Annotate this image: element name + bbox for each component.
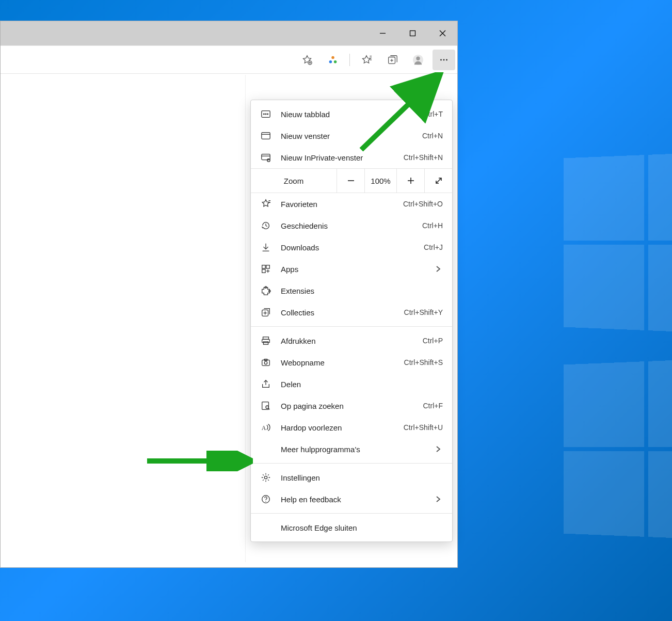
menu-item-history[interactable]: Geschiedenis Ctrl+H [251, 215, 452, 236]
svg-rect-38 [262, 265, 265, 268]
menu-item-close-edge[interactable]: Microsoft Edge sluiten [251, 517, 452, 538]
menu-item-find[interactable]: Op pagina zoeken Ctrl+F [251, 395, 452, 417]
menu-item-favorites[interactable]: Favorieten Ctrl+Shift+O [251, 193, 452, 215]
svg-rect-25 [262, 133, 270, 139]
menu-label: Webopname [281, 358, 395, 367]
page-content [5, 75, 246, 562]
favorites-bar-icon[interactable] [355, 50, 378, 70]
chevron-right-icon [434, 496, 443, 503]
find-icon [260, 400, 271, 411]
menu-label: Nieuw tabblad [281, 110, 414, 119]
menu-label: Nieuw InPrivate-venster [281, 153, 394, 162]
maximize-button[interactable] [397, 21, 427, 45]
menu-divider [251, 513, 452, 514]
svg-line-33 [436, 178, 441, 183]
menu-shortcut: Ctrl+Shift+N [404, 153, 443, 162]
read-aloud-icon: A [260, 422, 271, 433]
menu-divider [251, 326, 452, 327]
menu-shortcut: Ctrl+T [423, 110, 443, 118]
menu-label: Collecties [281, 308, 395, 317]
minimize-button[interactable] [367, 21, 397, 45]
more-menu-button[interactable] [433, 50, 455, 70]
settings-menu: Nieuw tabblad Ctrl+T Nieuw venster Ctrl+… [250, 100, 453, 542]
menu-label: Apps [281, 265, 424, 274]
menu-label: Downloads [281, 243, 414, 252]
menu-divider [251, 463, 452, 464]
web-capture-icon [260, 357, 271, 368]
fullscreen-button[interactable] [424, 169, 452, 193]
svg-point-17 [416, 56, 420, 60]
menu-label: Help en feedback [281, 495, 424, 504]
history-icon [260, 220, 271, 231]
menu-label: Instellingen [281, 473, 443, 482]
menu-item-new-tab[interactable]: Nieuw tabblad Ctrl+T [251, 103, 452, 125]
svg-point-24 [267, 114, 268, 115]
settings-icon [260, 472, 271, 483]
svg-point-52 [264, 361, 267, 364]
titlebar [1, 21, 457, 45]
menu-item-settings[interactable]: Instellingen [251, 467, 452, 488]
menu-item-share[interactable]: Delen [251, 373, 452, 395]
svg-rect-51 [262, 360, 270, 365]
apps-icon [260, 263, 271, 275]
menu-shortcut: Ctrl+Shift+O [403, 200, 443, 208]
menu-item-read-aloud[interactable]: A Hardop voorlezen Ctrl+Shift+U [251, 417, 452, 438]
new-window-icon [260, 130, 271, 141]
menu-item-new-window[interactable]: Nieuw venster Ctrl+N [251, 125, 452, 147]
svg-rect-1 [410, 31, 415, 36]
profile-icon[interactable] [407, 50, 429, 70]
menu-shortcut: Ctrl+F [423, 402, 443, 410]
collections-icon [260, 307, 271, 318]
downloads-icon [260, 242, 271, 253]
close-button[interactable] [427, 21, 457, 45]
zoom-label: Zoom [251, 169, 337, 193]
windows-logo-decoration [564, 151, 672, 334]
add-favorite-icon[interactable] [296, 50, 318, 70]
zoom-row: Zoom 100% [251, 168, 452, 193]
menu-shortcut: Ctrl+J [424, 243, 443, 251]
svg-point-58 [264, 476, 267, 479]
svg-point-9 [334, 60, 337, 63]
menu-shortcut: Ctrl+Shift+S [404, 358, 443, 367]
print-icon [260, 335, 271, 346]
svg-point-60 [265, 501, 266, 501]
menu-item-extensions[interactable]: Extensies [251, 280, 452, 301]
menu-item-more-tools[interactable]: Meer hulpprogramma's [251, 438, 452, 460]
svg-rect-40 [262, 269, 265, 273]
menu-item-apps[interactable]: Apps [251, 258, 452, 280]
favorites-icon [260, 198, 271, 210]
menu-label: Delen [281, 380, 443, 389]
extension-icon[interactable] [322, 50, 344, 70]
menu-item-help[interactable]: Help en feedback [251, 488, 452, 510]
menu-item-downloads[interactable]: Downloads Ctrl+J [251, 236, 452, 258]
blank-icon [260, 443, 271, 455]
menu-label: Hardop voorlezen [281, 423, 394, 432]
menu-item-collections[interactable]: Collecties Ctrl+Shift+Y [251, 301, 452, 323]
svg-rect-39 [266, 265, 269, 268]
svg-point-22 [264, 114, 265, 115]
zoom-value: 100% [364, 169, 396, 193]
menu-shortcut: Ctrl+N [422, 132, 443, 140]
menu-label: Geschiedenis [281, 221, 413, 230]
svg-point-18 [440, 59, 442, 60]
zoom-out-button[interactable] [337, 169, 364, 193]
menu-label: Favorieten [281, 200, 394, 209]
menu-shortcut: Ctrl+Shift+U [404, 423, 443, 432]
menu-item-web-capture[interactable]: Webopname Ctrl+Shift+S [251, 352, 452, 373]
menu-label: Meer hulpprogramma's [281, 445, 424, 454]
new-tab-icon [260, 108, 271, 120]
menu-item-print[interactable]: Afdrukken Ctrl+P [251, 330, 452, 352]
menu-shortcut: Ctrl+Shift+Y [404, 308, 443, 316]
toolbar [1, 45, 457, 74]
menu-label: Afdrukken [281, 337, 413, 345]
svg-point-8 [329, 60, 332, 63]
menu-item-inprivate[interactable]: Nieuw InPrivate-venster Ctrl+Shift+N [251, 147, 452, 168]
share-icon [260, 378, 271, 390]
svg-rect-50 [263, 342, 268, 344]
menu-label: Op pagina zoeken [281, 402, 414, 410]
collections-icon[interactable] [381, 50, 404, 70]
menu-shortcut: Ctrl+H [422, 221, 443, 230]
chevron-right-icon [434, 265, 443, 273]
zoom-in-button[interactable] [396, 169, 424, 193]
help-icon [260, 493, 271, 505]
